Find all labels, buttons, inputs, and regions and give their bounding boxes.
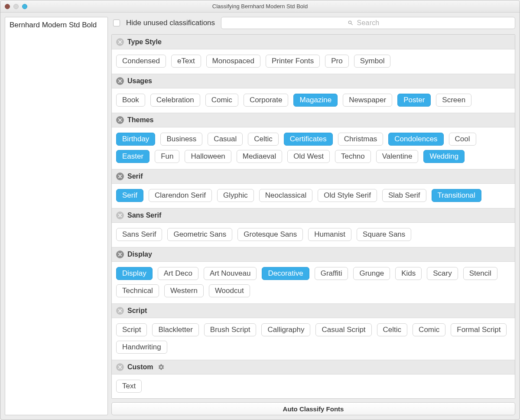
- sidebar-item-font[interactable]: Bernhard Modern Std Bold: [5, 19, 107, 32]
- tag-button[interactable]: Poster: [397, 94, 431, 107]
- tag-button[interactable]: eText: [171, 55, 201, 68]
- group-themes: ThemesBirthdayBusinessCasualCelticCertif…: [112, 113, 515, 169]
- tag-button[interactable]: Geometric Sans: [167, 228, 232, 241]
- group-header-sans-serif: Sans Serif: [112, 208, 515, 223]
- tag-button[interactable]: Celebration: [150, 94, 200, 107]
- group-sans-serif: Sans SerifSans SerifGeometric SansGrotes…: [112, 208, 515, 247]
- zoom-icon[interactable]: [22, 4, 27, 9]
- tag-button[interactable]: Calligraphy: [261, 323, 310, 336]
- tag-button[interactable]: Handwriting: [116, 341, 167, 354]
- tag-button[interactable]: Text: [116, 380, 142, 393]
- tag-button[interactable]: Script: [116, 323, 147, 336]
- tag-button[interactable]: Newspaper: [343, 94, 392, 107]
- tag-button[interactable]: Serif: [116, 189, 143, 202]
- tag-button[interactable]: Cool: [449, 133, 476, 146]
- clear-group-button[interactable]: [116, 212, 124, 219]
- sidebar: Bernhard Modern Std Bold: [5, 17, 108, 415]
- tag-button[interactable]: Old Style Serif: [318, 189, 377, 202]
- tag-button[interactable]: Kids: [395, 267, 422, 280]
- auto-classify-button[interactable]: Auto Classify Fonts: [111, 402, 515, 415]
- tag-button[interactable]: Pro: [325, 55, 348, 68]
- tag-button[interactable]: Condensed: [116, 55, 166, 68]
- tag-button[interactable]: Glyphic: [217, 189, 254, 202]
- tag-button[interactable]: Screen: [436, 94, 471, 107]
- tag-button[interactable]: Transitional: [432, 189, 481, 202]
- tag-button[interactable]: Casual Script: [315, 323, 371, 336]
- tag-button[interactable]: Book: [116, 94, 145, 107]
- clear-group-button[interactable]: [116, 251, 124, 258]
- tag-button[interactable]: Art Deco: [158, 267, 198, 280]
- tag-button[interactable]: Humanist: [308, 228, 351, 241]
- tag-button[interactable]: Monospaced: [206, 55, 260, 68]
- group-tags: DisplayArt DecoArt NouveauDecorativeGraf…: [112, 262, 515, 303]
- toolbar: Hide unused classifications: [111, 17, 515, 34]
- search-input[interactable]: [221, 17, 515, 29]
- clear-group-button[interactable]: [116, 307, 124, 315]
- clear-group-button[interactable]: [116, 77, 124, 85]
- group-tags: BookCelebrationComicCorporateMagazineNew…: [112, 88, 515, 113]
- tag-button[interactable]: Birthday: [116, 133, 155, 146]
- close-icon[interactable]: [5, 4, 10, 9]
- clear-group-button[interactable]: [116, 173, 124, 180]
- hide-unused-label: Hide unused classifications: [126, 19, 215, 27]
- tag-button[interactable]: Comic: [413, 323, 445, 336]
- tag-button[interactable]: Comic: [205, 94, 238, 107]
- tag-button[interactable]: Old West: [287, 150, 330, 163]
- clear-group-button[interactable]: [116, 363, 124, 371]
- clear-group-button[interactable]: [116, 38, 124, 46]
- tag-button[interactable]: Grunge: [353, 267, 390, 280]
- tag-button[interactable]: Slab Serif: [382, 189, 426, 202]
- tag-button[interactable]: Display: [116, 267, 153, 280]
- group-title: Custom: [127, 363, 153, 371]
- tag-button[interactable]: Square Sans: [357, 228, 411, 241]
- tag-button[interactable]: Art Nouveau: [204, 267, 257, 280]
- tag-button[interactable]: Woodcut: [209, 284, 250, 297]
- group-header-script: Script: [112, 303, 515, 318]
- tag-button[interactable]: Fun: [155, 150, 179, 163]
- tag-button[interactable]: Corporate: [244, 94, 289, 107]
- tag-button[interactable]: Valentine: [376, 150, 419, 163]
- classification-scroll[interactable]: Type StyleCondensedeTextMonospacedPrinte…: [111, 34, 515, 399]
- tag-button[interactable]: Decorative: [262, 267, 309, 280]
- tag-button[interactable]: Grotesque Sans: [237, 228, 303, 241]
- tag-button[interactable]: Casual: [208, 133, 243, 146]
- traffic-lights: [5, 4, 27, 9]
- tag-button[interactable]: Business: [160, 133, 202, 146]
- tag-button[interactable]: Blackletter: [152, 323, 198, 336]
- group-tags: Sans SerifGeometric SansGrotesque SansHu…: [112, 223, 515, 247]
- classification-list: Type StyleCondensedeTextMonospacedPrinte…: [112, 35, 515, 399]
- tag-button[interactable]: Celtic: [248, 133, 279, 146]
- tag-button[interactable]: Graffiti: [315, 267, 348, 280]
- tag-button[interactable]: Western: [164, 284, 204, 297]
- group-display: DisplayDisplayArt DecoArt NouveauDecorat…: [112, 247, 515, 303]
- minimize-icon[interactable]: [13, 4, 19, 9]
- tag-button[interactable]: Clarendon Serif: [149, 189, 212, 202]
- tag-button[interactable]: Symbol: [354, 55, 391, 68]
- tag-button[interactable]: Certificates: [284, 133, 333, 146]
- tag-button[interactable]: Halloween: [185, 150, 231, 163]
- gear-icon[interactable]: [158, 364, 165, 371]
- tag-button[interactable]: Magazine: [293, 94, 338, 107]
- tag-button[interactable]: Techno: [335, 150, 371, 163]
- tag-button[interactable]: Christmas: [338, 133, 384, 146]
- tag-button[interactable]: Stencil: [463, 267, 497, 280]
- clear-group-button[interactable]: [116, 116, 124, 124]
- hide-unused-checkbox[interactable]: [113, 20, 120, 26]
- group-usages: UsagesBookCelebrationComicCorporateMagaz…: [112, 74, 515, 113]
- tag-button[interactable]: Brush Script: [204, 323, 257, 336]
- tag-button[interactable]: Condolences: [388, 133, 443, 146]
- tag-button[interactable]: Neoclassical: [259, 189, 312, 202]
- main-pane: Hide unused classifications Type StyleCo…: [111, 17, 515, 415]
- tag-button[interactable]: Mediaeval: [237, 150, 283, 163]
- tag-button[interactable]: Technical: [116, 284, 159, 297]
- group-tags: ScriptBlackletterBrush ScriptCalligraphy…: [112, 318, 515, 360]
- tag-button[interactable]: Scary: [427, 267, 458, 280]
- tag-button[interactable]: Formal Script: [451, 323, 507, 336]
- group-tags: Text: [112, 374, 515, 399]
- group-custom: CustomText: [112, 360, 515, 399]
- tag-button[interactable]: Celtic: [377, 323, 408, 336]
- tag-button[interactable]: Wedding: [423, 150, 465, 163]
- tag-button[interactable]: Easter: [116, 150, 150, 163]
- tag-button[interactable]: Sans Serif: [116, 228, 162, 241]
- tag-button[interactable]: Printer Fonts: [266, 55, 320, 68]
